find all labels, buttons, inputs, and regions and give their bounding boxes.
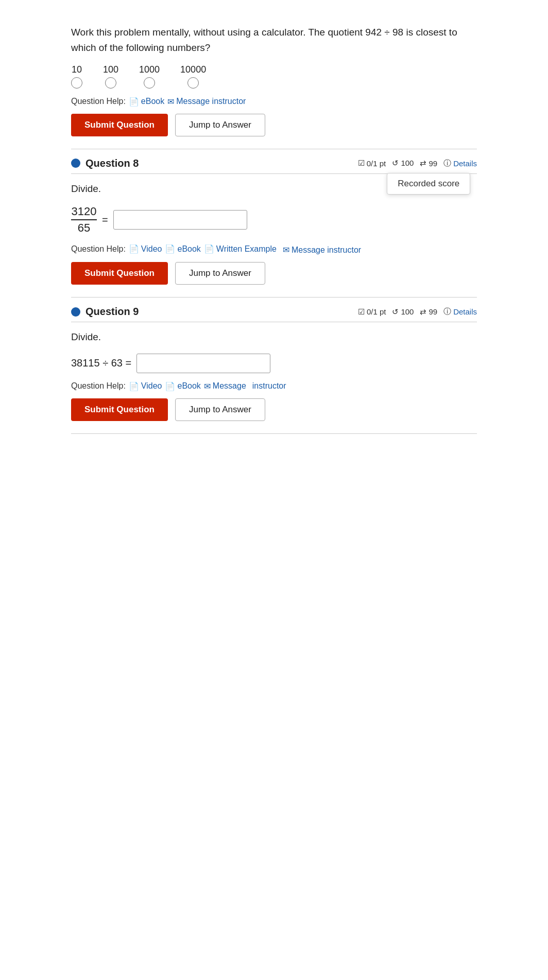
question-8-meta: ☑ 0/1 pt ↺ 100 Recorded score ⇄ 99 ⓘ Det… (358, 159, 477, 168)
q9-message-link[interactable]: ✉ Message (204, 381, 246, 391)
q9-ebook-icon: 📄 (165, 381, 175, 391)
written-label: Written Example (216, 244, 277, 254)
q9-ebook-link[interactable]: 📄 eBook (165, 381, 200, 391)
question-8-number: Question 8 (85, 157, 139, 169)
question-8-help: Question Help: 📄 Video 📄 eBook 📄 Written… (71, 243, 477, 255)
q9-instructor-link[interactable]: instructor (252, 381, 286, 391)
option-label: 10000 (180, 64, 206, 75)
q9-submit-button[interactable]: Submit Question (71, 398, 168, 421)
fraction-container: 3120 65 = (71, 205, 477, 235)
help-label: Question Help: (71, 97, 126, 106)
fraction-numerator: 3120 (71, 205, 97, 220)
question-9-number: Question 9 (85, 306, 139, 318)
attempts-item: ⇄ 99 (420, 159, 437, 168)
intro-help: Question Help: 📄 eBook ✉ Message instruc… (71, 97, 477, 107)
q8-video-link[interactable]: 📄 Video (129, 244, 162, 254)
q8-message-icon: ✉ (283, 245, 289, 255)
fraction: 3120 65 (71, 205, 97, 235)
score-value: 0/1 pt (367, 159, 386, 168)
q9-ebook-label: eBook (177, 381, 200, 391)
q8-jump-button[interactable]: Jump to Answer (175, 262, 265, 285)
q9-check-icon: ☑ (358, 307, 365, 317)
check-icon: ☑ (358, 159, 365, 168)
video-label: Video (141, 244, 162, 254)
q9-details-link[interactable]: Details (453, 307, 477, 316)
blue-dot-icon (71, 159, 80, 168)
q9-video-link[interactable]: 📄 Video (129, 381, 162, 391)
option-item: 100 (103, 64, 118, 89)
score-item: ☑ 0/1 pt (358, 159, 386, 168)
q9-video-label: Video (141, 381, 162, 391)
fraction-denominator: 65 (71, 220, 97, 235)
intro-problem-text: Work this problem mentally, without usin… (71, 25, 477, 56)
q8-ebook-link[interactable]: 📄 eBook (165, 244, 200, 254)
equals-sign: = (102, 214, 108, 226)
option-label: 10 (72, 64, 82, 75)
q9-info-icon: ⓘ (443, 307, 451, 317)
option-item: 1000 (139, 64, 160, 89)
q8-message-link[interactable]: ✉ Message instructor (283, 245, 361, 255)
help-label-8: Question Help: (71, 244, 126, 254)
option-radio[interactable] (187, 77, 199, 89)
question-9-title: Question 9 (71, 306, 139, 318)
written-icon: 📄 (204, 244, 214, 254)
intro-jump-button[interactable]: Jump to Answer (175, 114, 265, 136)
attempts-value: 99 (429, 159, 437, 168)
question-9-help: Question Help: 📄 Video 📄 eBook ✉ Message… (71, 381, 477, 391)
intro-ebook-link[interactable]: 📄 eBook (129, 97, 164, 107)
option-radio[interactable] (105, 77, 116, 89)
q8-written-link[interactable]: 📄 Written Example (204, 244, 277, 254)
option-radio[interactable] (144, 77, 155, 89)
q9-message-icon: ✉ (204, 381, 211, 391)
question-9-section: Question 9 ☑ 0/1 pt ↺ 100 ⇄ 99 ⓘ Details… (71, 297, 477, 433)
message-label: Message instructor (176, 97, 246, 106)
q8-ebook-icon: 📄 (165, 244, 175, 254)
help-label-9: Question Help: (71, 381, 126, 391)
details-link[interactable]: Details (453, 159, 477, 168)
intro-section: Work this problem mentally, without usin… (71, 10, 477, 149)
q9-attempts-item: ⇄ 99 (420, 307, 437, 317)
question-9-meta: ☑ 0/1 pt ↺ 100 ⇄ 99 ⓘ Details (358, 307, 477, 317)
q8-message-label: Message instructor (292, 246, 361, 255)
q9-divide-label: Divide. (71, 331, 101, 342)
inline-equation: 38115 ÷ 63 = (71, 354, 477, 373)
retry-icon: ↺ (392, 159, 399, 167)
q9-message-label: Message (213, 381, 246, 391)
option-radio[interactable] (71, 77, 82, 89)
problem-text: Work this problem mentally, without usin… (71, 25, 477, 56)
question-9-actions: Submit Question Jump to Answer (71, 398, 477, 421)
q9-score-item: ☑ 0/1 pt (358, 307, 386, 317)
q9-retry-icon: ↺ (392, 307, 399, 317)
intro-submit-button[interactable]: Submit Question (71, 114, 168, 136)
option-item: 10 (71, 64, 82, 89)
ebook-label: eBook (141, 97, 164, 106)
question-8-answer-input[interactable] (113, 210, 247, 230)
q9-retry-value: 100 (401, 307, 414, 316)
video-icon: 📄 (129, 244, 139, 254)
question-9-body: Divide. (71, 329, 477, 345)
refresh-icon: ⇄ (420, 159, 426, 168)
q8-submit-button[interactable]: Submit Question (71, 262, 168, 285)
question-8-section: Question 8 ☑ 0/1 pt ↺ 100 Recorded score… (71, 149, 477, 297)
blue-dot-9-icon (71, 307, 80, 317)
ebook-icon: 📄 (129, 97, 139, 107)
recorded-score-label: Recorded score (398, 179, 459, 188)
option-item: 10000 (180, 64, 206, 89)
q9-retry-item: ↺ 100 (392, 307, 414, 317)
question-9-header: Question 9 ☑ 0/1 pt ↺ 100 ⇄ 99 ⓘ Details (71, 306, 477, 318)
intro-actions: Submit Question Jump to Answer (71, 114, 477, 136)
option-label: 1000 (139, 64, 160, 75)
question-9-answer-input[interactable] (136, 354, 270, 373)
q9-video-icon: 📄 (129, 381, 139, 391)
q8-ebook-label: eBook (177, 244, 200, 254)
message-icon: ✉ (167, 97, 174, 107)
q9-instructor-label: instructor (252, 381, 286, 391)
q9-score-value: 0/1 pt (367, 307, 386, 316)
q9-attempts-value: 99 (429, 307, 437, 316)
question-8-title: Question 8 (71, 157, 139, 169)
intro-message-link[interactable]: ✉ Message instructor (167, 97, 246, 107)
recorded-score-tooltip: Recorded score (387, 173, 470, 195)
q9-details-item: ⓘ Details (443, 307, 477, 317)
q9-jump-button[interactable]: Jump to Answer (175, 398, 265, 421)
q9-header-divider (71, 322, 477, 322)
